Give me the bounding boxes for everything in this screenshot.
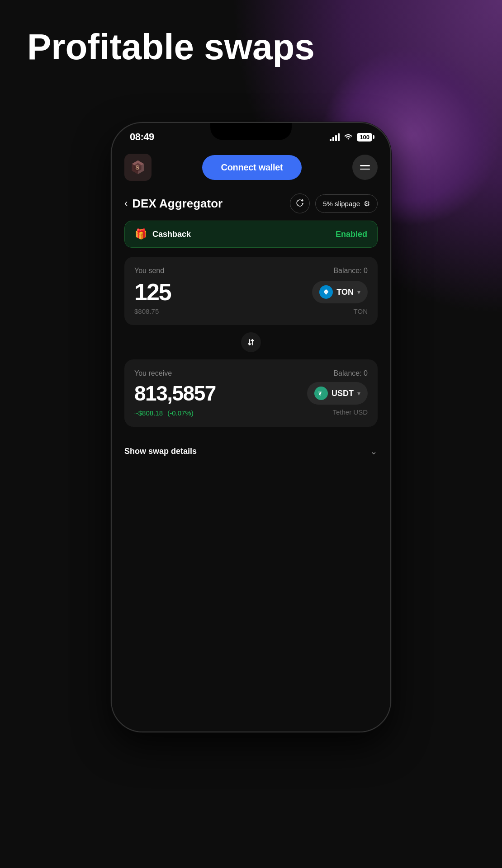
swap-details-label: Show swap details [124,447,197,456]
settings-icon: ⚙ [364,199,370,208]
svg-text:₮: ₮ [318,391,322,396]
send-amount-row: 125 TON ▾ [134,278,368,306]
receive-usd-change: (-0.07%) [167,409,194,417]
battery-indicator: 100 [357,133,372,142]
refresh-button[interactable] [290,193,310,213]
cashback-left: 🎁 Cashback [135,228,191,240]
you-send-card: You send Balance: 0 125 TON ▾ [124,257,378,325]
menu-line-1 [360,165,370,166]
app-header: S Connect wallet [112,146,390,190]
ton-token-icon [319,285,333,299]
send-token-chevron: ▾ [357,288,360,296]
menu-line-2 [360,169,370,170]
swap-direction-button[interactable] [240,331,262,353]
slippage-label: 5% slippage [323,200,360,208]
signal-icon [330,133,340,141]
phone-frame: 08:49 100 [111,122,391,732]
receive-usd-value: ~$808.18 [134,409,163,417]
receive-usd-row: ~$808.18 (-0.07%) [134,409,194,417]
dex-aggregator-title: DEX Aggregator [132,197,223,211]
receive-token-selector[interactable]: ₮ USDT ▾ [307,382,368,405]
receive-balance: Balance: 0 [333,369,368,377]
receive-token-name: USDT [332,389,354,398]
swap-details-row[interactable]: Show swap details ⌄ [112,436,390,467]
connect-wallet-button[interactable]: Connect wallet [202,155,302,180]
swap-details-chevron: ⌄ [370,446,378,457]
send-balance: Balance: 0 [333,267,368,275]
app-logo: S [124,154,152,181]
gift-icon: 🎁 [135,228,147,240]
page-header-left: ‹ DEX Aggregator [124,197,223,211]
send-card-header: You send Balance: 0 [134,267,368,275]
cashback-label: Cashback [152,230,191,239]
menu-button[interactable] [352,155,378,180]
receive-token-chevron: ▾ [357,390,360,397]
receive-card-header: You receive Balance: 0 [134,369,368,377]
phone-screen: 08:49 100 [112,123,390,731]
wifi-icon [343,132,353,142]
cashback-status: Enabled [336,230,367,239]
receive-token-sublabel: Tether USD [332,408,368,416]
cashback-bar[interactable]: 🎁 Cashback Enabled [124,221,378,248]
back-button[interactable]: ‹ [124,198,128,209]
page-title: Profitable swaps [27,27,315,67]
usdt-token-icon: ₮ [314,387,328,400]
phone-notch [210,123,292,140]
svg-text:S: S [135,164,139,171]
send-label: You send [134,267,164,275]
status-time: 08:49 [130,131,154,143]
page-section-header: ‹ DEX Aggregator 5% slippage ⚙ [112,190,390,221]
receive-amount-row: 813,5857 ₮ USDT ▾ [134,381,368,406]
send-token-sublabel: TON [354,307,368,315]
slippage-button[interactable]: 5% slippage ⚙ [315,194,378,213]
receive-amount: 813,5857 [134,381,216,406]
you-receive-card: You receive Balance: 0 813,5857 ₮ USDT ▾ [124,359,378,427]
status-icons: 100 [330,132,372,142]
send-amount[interactable]: 125 [134,278,171,306]
page-header-right: 5% slippage ⚙ [290,193,378,213]
send-token-name: TON [336,288,354,297]
send-token-selector[interactable]: TON ▾ [312,281,368,303]
receive-label: You receive [134,369,172,377]
send-usd-value: $808.75 [134,307,159,315]
bottom-area [112,467,390,731]
swap-direction-wrapper [112,331,390,353]
